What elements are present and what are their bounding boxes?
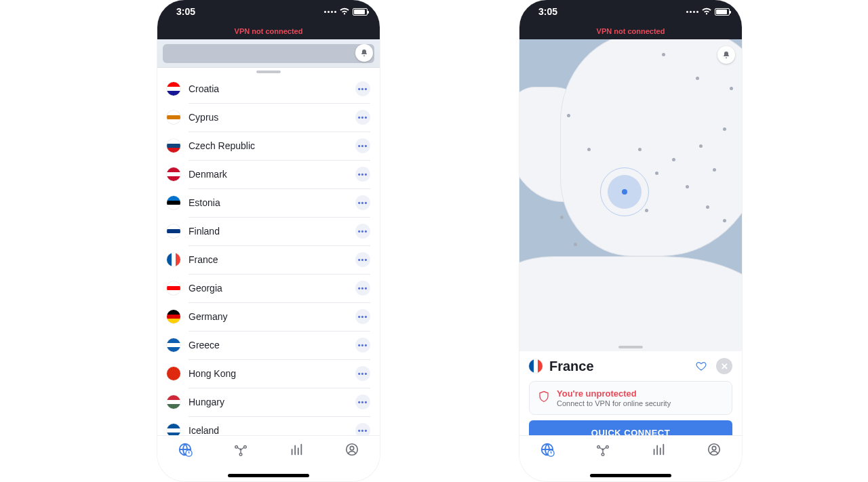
svg-point-15: [601, 453, 604, 456]
svg-point-17: [712, 446, 716, 450]
battery-icon: [715, 8, 730, 16]
flag-icon: [167, 139, 180, 153]
country-label: Georgia: [189, 283, 355, 294]
svg-point-14: [606, 445, 609, 448]
notifications-button[interactable]: [355, 44, 373, 62]
cellular-icon: [324, 11, 336, 13]
country-more-button[interactable]: •••: [355, 366, 370, 381]
country-more-button[interactable]: •••: [355, 110, 370, 125]
map[interactable]: [519, 39, 742, 351]
favorite-button[interactable]: [693, 358, 709, 374]
cellular-icon: [686, 11, 698, 13]
status-icons: [686, 7, 730, 16]
tab-bar: [157, 435, 380, 462]
flag-icon: [167, 224, 180, 238]
country-item[interactable]: Denmark•••: [157, 160, 380, 188]
tab-stats[interactable]: [288, 441, 305, 458]
flag-icon: [167, 82, 180, 96]
vpn-status-banner: VPN not connected: [519, 23, 742, 39]
flag-icon: [167, 253, 180, 266]
close-button[interactable]: ✕: [716, 358, 732, 374]
tab-map[interactable]: [538, 441, 556, 458]
flag-icon: [167, 367, 180, 380]
alert-title: You're unprotected: [557, 388, 671, 399]
tab-profile[interactable]: [705, 441, 723, 458]
country-item[interactable]: Hungary•••: [157, 388, 380, 416]
flag-icon: [167, 196, 180, 209]
country-more-button[interactable]: •••: [355, 281, 370, 296]
country-item[interactable]: Germany•••: [157, 302, 380, 331]
flag-icon: [529, 359, 542, 373]
country-label: Greece: [189, 340, 355, 350]
country-label: Iceland: [189, 425, 355, 436]
country-more-button[interactable]: •••: [355, 338, 370, 353]
country-item[interactable]: Estonia•••: [157, 188, 380, 217]
tab-bar: [519, 435, 742, 462]
country-more-button[interactable]: •••: [355, 167, 370, 182]
country-label: Croatia: [189, 83, 355, 94]
country-item[interactable]: Georgia•••: [157, 274, 380, 302]
search-input[interactable]: [163, 44, 374, 63]
battery-icon: [353, 8, 368, 16]
tab-mesh[interactable]: [232, 441, 250, 458]
country-label: Estonia: [189, 197, 355, 208]
tab-stats[interactable]: [650, 441, 667, 458]
country-more-button[interactable]: •••: [355, 81, 370, 96]
country-label: Finland: [189, 226, 355, 237]
country-item[interactable]: Croatia•••: [157, 75, 380, 103]
selected-country-name: France: [549, 359, 686, 374]
flag-icon: [167, 167, 180, 181]
search-row: [157, 39, 380, 68]
notifications-button[interactable]: [717, 46, 735, 64]
country-more-button[interactable]: •••: [355, 195, 370, 210]
vpn-status-banner: VPN not connected: [157, 23, 380, 39]
country-label: Czech Republic: [189, 140, 355, 151]
country-label: Germany: [189, 311, 355, 322]
wifi-icon: [701, 7, 712, 16]
status-icons: [324, 7, 368, 16]
flag-icon: [167, 281, 180, 295]
sheet-handle[interactable]: [157, 68, 380, 75]
svg-point-3: [239, 448, 242, 451]
status-time: 3:05: [176, 6, 195, 17]
phone-map-detail: 3:05 VPN not connected: [519, 0, 742, 481]
alert-subtitle: Connect to VPN for online security: [557, 399, 671, 407]
country-more-button[interactable]: •••: [355, 395, 370, 409]
status-bar: 3:05: [519, 0, 742, 23]
country-item[interactable]: Hong Kong•••: [157, 359, 380, 388]
country-label: Hong Kong: [189, 368, 355, 379]
svg-point-6: [239, 453, 242, 456]
svg-point-12: [601, 448, 604, 451]
home-indicator[interactable]: [228, 474, 309, 477]
country-item[interactable]: Greece•••: [157, 331, 380, 359]
home-indicator[interactable]: [590, 474, 671, 477]
country-more-button[interactable]: •••: [355, 224, 370, 239]
country-more-button[interactable]: •••: [355, 309, 370, 324]
flag-icon: [167, 111, 180, 124]
tab-map[interactable]: [176, 441, 194, 458]
svg-point-4: [235, 445, 238, 448]
phone-country-list: 3:05 VPN not connected Croatia•••Cyprus•…: [157, 0, 380, 481]
country-item[interactable]: Cyprus•••: [157, 103, 380, 132]
country-item[interactable]: Finland•••: [157, 217, 380, 245]
status-bar: 3:05: [157, 0, 380, 23]
country-label: Denmark: [189, 169, 355, 180]
flag-icon: [167, 395, 180, 409]
sheet-handle[interactable]: [618, 346, 643, 348]
unprotected-alert: You're unprotected Connect to VPN for on…: [529, 381, 732, 415]
country-item[interactable]: France•••: [157, 245, 380, 274]
country-more-button[interactable]: •••: [355, 138, 370, 153]
svg-point-13: [597, 445, 600, 448]
country-label: Hungary: [189, 397, 355, 407]
status-time: 3:05: [538, 6, 557, 17]
country-list[interactable]: Croatia•••Cyprus•••Czech Republic•••Denm…: [157, 75, 380, 445]
flag-icon: [167, 338, 180, 352]
country-more-button[interactable]: •••: [355, 252, 370, 267]
selected-location-marker[interactable]: [608, 175, 642, 209]
country-item[interactable]: Czech Republic•••: [157, 132, 380, 160]
svg-point-5: [244, 445, 247, 448]
country-label: France: [189, 254, 355, 265]
tab-profile[interactable]: [343, 441, 361, 458]
tab-mesh[interactable]: [594, 441, 612, 458]
svg-point-8: [350, 446, 354, 450]
